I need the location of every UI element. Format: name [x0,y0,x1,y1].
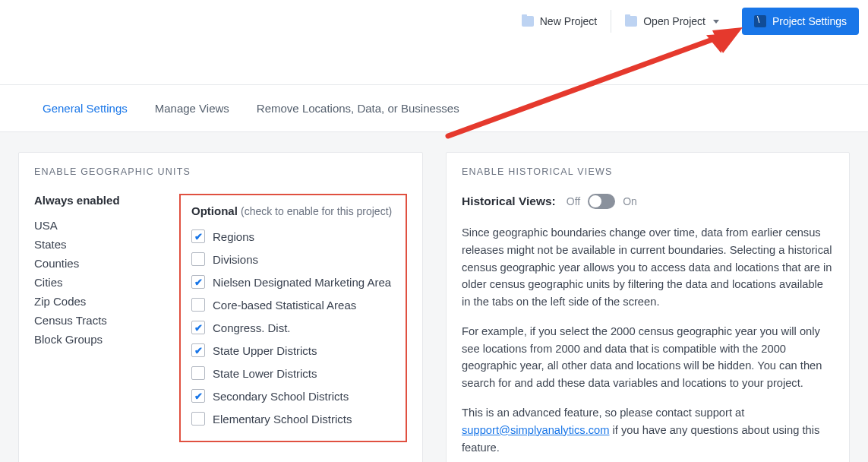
always-enabled-item: Zip Codes [34,292,152,311]
optional-geo-label: Elementary School Districts [213,413,352,426]
hist-card-title: ENABLE HISTORICAL VIEWS [462,166,834,177]
new-project-button[interactable]: New Project [508,0,611,43]
header-spacer [0,43,868,85]
always-enabled-column: Always enabled USAStatesCountiesCitiesZi… [34,194,152,442]
toggle-on-label: On [623,195,637,207]
optional-geo-checkbox[interactable]: Nielsen Designated Marketing Area [191,271,395,293]
toggle-off-label: Off [567,195,580,207]
optional-geo-label: Congress. Dist. [213,321,291,334]
optional-geo-label: Core-based Statistical Areas [213,299,356,312]
optional-geo-checkbox[interactable]: Congress. Dist. [191,316,395,339]
optional-geo-label: Divisions [213,253,258,266]
optional-geo-checkbox[interactable]: State Upper Districts [191,339,395,362]
hist-paragraph-2: For example, if you select the 2000 cens… [462,323,834,392]
optional-geo-label: Nielsen Designated Marketing Area [213,276,391,289]
optional-geo-label: State Lower Districts [213,367,317,380]
historical-views-label: Historical Views: [462,195,556,208]
optional-geo-label: Secondary School Districts [213,390,349,403]
optional-geo-checkbox[interactable]: Core-based Statistical Areas [191,293,395,316]
optional-label: Optional [191,204,238,217]
settings-icon [754,15,766,27]
geographic-units-card: ENABLE GEOGRAPHIC UNITS Always enabled U… [18,152,423,462]
tab-general-settings[interactable]: General Settings [43,102,128,115]
optional-hint: (check to enable for this project) [241,205,392,217]
chevron-down-icon [713,20,719,24]
hist-paragraph-1: Since geographic boundaries change over … [462,224,834,311]
checkbox-icon [191,366,205,380]
optional-geo-checkbox[interactable]: Elementary School Districts [191,407,395,430]
checkbox-icon [191,298,205,312]
hist-p3-lead: This is an advanced feature, so please c… [462,407,744,419]
optional-geo-checkbox[interactable]: Secondary School Districts [191,384,395,407]
always-enabled-heading: Always enabled [34,194,152,207]
folder-icon [522,16,534,27]
new-project-label: New Project [540,15,597,27]
project-settings-label: Project Settings [772,15,847,27]
historical-views-card: ENABLE HISTORICAL VIEWS Historical Views… [446,152,850,462]
optional-geo-checkbox[interactable]: Divisions [191,248,395,271]
always-enabled-item: Block Groups [34,330,152,349]
optional-geo-checkbox[interactable]: Regions [191,225,395,248]
always-enabled-list: USAStatesCountiesCitiesZip CodesCensus T… [34,216,152,349]
support-email-link[interactable]: support@simplyanalytics.com [462,424,610,436]
checkbox-icon [191,343,205,357]
checkbox-icon [191,321,205,334]
always-enabled-item: States [34,235,152,254]
project-settings-button[interactable]: Project Settings [742,8,859,35]
historical-views-row: Historical Views: Off On [462,194,834,209]
content-area: ENABLE GEOGRAPHIC UNITS Always enabled U… [0,132,868,462]
optional-list: RegionsDivisionsNielsen Designated Marke… [191,225,395,430]
checkbox-icon [191,389,205,403]
checkbox-icon [191,229,205,243]
always-enabled-item: Cities [34,273,152,292]
folder-icon [625,16,637,27]
settings-tabs: General Settings Manage Views Remove Loc… [0,85,868,132]
checkbox-icon [191,252,205,266]
tab-manage-views[interactable]: Manage Views [155,102,229,115]
checkbox-icon [191,412,205,426]
historical-views-toggle[interactable] [588,194,615,209]
geo-card-title: ENABLE GEOGRAPHIC UNITS [34,166,407,177]
tab-remove-locations[interactable]: Remove Locations, Data, or Businesses [257,102,459,115]
open-project-dropdown[interactable]: Open Project [611,0,733,43]
always-enabled-item: USA [34,216,152,235]
hist-paragraph-3: This is an advanced feature, so please c… [462,404,834,456]
checkbox-icon [191,275,205,289]
always-enabled-item: Census Tracts [34,311,152,330]
open-project-label: Open Project [643,15,705,27]
top-toolbar: New Project Open Project Project Setting… [0,0,868,43]
optional-geo-label: Regions [213,230,254,243]
optional-geo-checkbox[interactable]: State Lower Districts [191,362,395,384]
always-enabled-item: Counties [34,254,152,273]
optional-column: Optional (check to enable for this proje… [179,194,407,442]
optional-geo-label: State Upper Districts [213,344,317,357]
optional-heading: Optional (check to enable for this proje… [191,204,395,217]
